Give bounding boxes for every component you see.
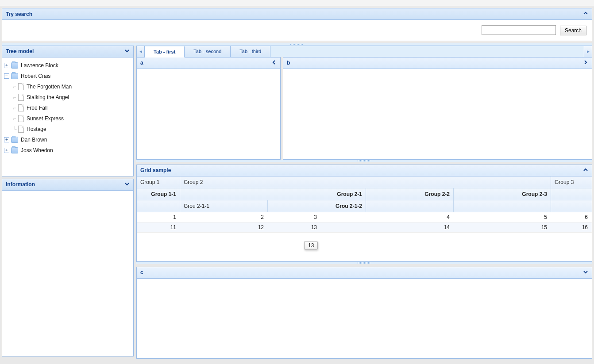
grid-panel-header: Grid sample: [137, 165, 592, 176]
tree-elbow-icon: └: [11, 126, 18, 132]
chevron-up-icon[interactable]: [583, 11, 588, 17]
grid-cell: 4: [321, 212, 454, 222]
panel-a-title: a: [140, 60, 143, 66]
tree-panel-title: Tree model: [6, 48, 34, 54]
search-panel: Try search Search: [2, 8, 592, 41]
panel-a-header: a: [137, 57, 280, 69]
expand-icon[interactable]: +: [4, 63, 9, 68]
chevron-down-icon[interactable]: [124, 181, 130, 188]
tree-elbow-icon: ⌐: [11, 94, 18, 100]
tree-node-leaf[interactable]: ⌐ The Forgotten Man: [4, 81, 131, 92]
grid-cell: 3: [268, 212, 321, 222]
grid-col-header: [551, 188, 592, 200]
tree-node-leaf[interactable]: ⌐ Stalking the Angel: [4, 92, 131, 103]
grid-col-header: [454, 200, 551, 212]
splitter-horizontal[interactable]: [136, 262, 592, 264]
chevron-left-icon: ◂: [139, 48, 142, 54]
splitter-horizontal[interactable]: [136, 160, 592, 162]
tree-label: Sunset Express: [27, 115, 64, 122]
tree-elbow-icon: ⌐: [11, 115, 18, 122]
expand-icon[interactable]: +: [4, 148, 9, 153]
chevron-down-icon[interactable]: [583, 269, 588, 276]
document-icon: [18, 83, 24, 90]
grid-col-header[interactable]: Group 2-3: [454, 188, 551, 200]
panel-b-title: b: [287, 60, 290, 66]
grid-col-header[interactable]: Grou 2-1-2: [268, 200, 366, 212]
tab-third[interactable]: Tab - third: [231, 46, 270, 57]
folder-icon: [11, 73, 18, 79]
grid-col-header: [551, 200, 592, 212]
panel-c: c: [136, 267, 592, 359]
panel-b-header: b: [283, 57, 592, 69]
folder-icon: [11, 147, 18, 153]
grid-cell: 1: [137, 212, 180, 222]
expand-icon[interactable]: +: [4, 137, 9, 142]
tree-label: Robert Crais: [21, 73, 50, 79]
grid-cell: 5: [454, 212, 551, 222]
tab-scroll-left[interactable]: ◂: [137, 46, 145, 57]
info-panel-title: Information: [6, 181, 35, 188]
tree-label: Dan Brown: [21, 137, 47, 143]
collapse-icon[interactable]: −: [4, 73, 9, 79]
document-icon: [18, 126, 24, 133]
tree-label: Lawrence Block: [21, 62, 58, 69]
tab-label: Tab - third: [239, 49, 261, 54]
tree-node-folder[interactable]: − Robert Crais: [4, 71, 131, 81]
grid-panel: Grid sample Group 1 Group 2 Group 3 Grou…: [136, 165, 592, 262]
grid-col-header[interactable]: Group 1-1: [137, 188, 180, 200]
panel-a-body: [137, 69, 280, 159]
cell-tooltip: 13: [304, 241, 318, 250]
tab-second[interactable]: Tab - second: [185, 46, 231, 57]
browser-top-strip: [0, 0, 594, 6]
panel-c-title: c: [140, 269, 143, 276]
tree-node-folder[interactable]: + Lawrence Block: [4, 60, 131, 71]
tree-node-leaf[interactable]: ⌐ Sunset Express: [4, 113, 131, 124]
tree-node-leaf[interactable]: ⌐ Free Fall: [4, 103, 131, 113]
grid-header-row: Group 1-1 Group 2-1 Group 2-2 Group 2-3: [137, 188, 592, 200]
tab-strip: ◂ Tab - first Tab - second Tab - third ▸: [136, 46, 592, 57]
folder-icon: [11, 137, 18, 143]
tree-node-folder[interactable]: + Joss Whedon: [4, 145, 131, 156]
grid-col-header: [137, 200, 180, 212]
tab-label: Tab - first: [154, 49, 175, 54]
grid-cell: 12: [180, 222, 268, 232]
info-panel-body: [2, 191, 133, 356]
search-input[interactable]: [482, 25, 556, 35]
grid-col-header[interactable]: Group 1: [137, 176, 180, 188]
grid-col-header[interactable]: Group 2: [180, 176, 551, 188]
grid-cell: 2: [180, 212, 268, 222]
grid-col-header: [366, 200, 454, 212]
tab-label: Tab - second: [193, 49, 221, 54]
grid-col-header[interactable]: Group 2-2: [366, 188, 454, 200]
grid-row[interactable]: 11 12 13 14 15 16: [137, 222, 592, 233]
folder-icon: [11, 62, 18, 69]
tree-node-leaf[interactable]: └ Hostage: [4, 124, 131, 134]
grid-col-header[interactable]: Group 3: [551, 176, 592, 188]
chevron-right-icon[interactable]: [583, 60, 588, 66]
grid-col-header[interactable]: Group 2-1: [180, 188, 366, 200]
chevron-left-icon[interactable]: [271, 60, 277, 66]
tab-first[interactable]: Tab - first: [145, 46, 185, 57]
search-button[interactable]: Search: [560, 26, 586, 35]
document-icon: [18, 94, 24, 101]
tree-node-folder[interactable]: + Dan Brown: [4, 134, 131, 145]
chevron-down-icon[interactable]: [124, 48, 130, 55]
chevron-up-icon[interactable]: [583, 167, 588, 174]
grid-cell: 15: [454, 222, 551, 232]
search-panel-body: Search: [2, 20, 592, 41]
tree-elbow-icon: ⌐: [11, 105, 18, 111]
grid-row[interactable]: 1 2 3 4 5 6: [137, 212, 592, 222]
grid-header-row: Grou 2-1-1 Grou 2-1-2: [137, 200, 592, 212]
tree-elbow-icon: ⌐: [11, 84, 18, 90]
tree-label: The Forgotten Man: [27, 84, 72, 90]
panel-b-body: [283, 69, 592, 159]
grid-cell: 11: [137, 222, 180, 232]
tree-panel-header: Tree model: [2, 46, 133, 57]
splitter-horizontal[interactable]: [2, 43, 592, 46]
tree-body: + Lawrence Block − Robert Crais ⌐ The Fo…: [2, 57, 133, 176]
grid-col-header[interactable]: Grou 2-1-1: [180, 200, 268, 212]
search-panel-header: Try search: [2, 8, 592, 20]
tree-panel: Tree model + Lawrence Block − Robert C: [2, 46, 134, 176]
tab-scroll-right[interactable]: ▸: [584, 46, 592, 57]
chevron-right-icon: ▸: [587, 48, 590, 54]
